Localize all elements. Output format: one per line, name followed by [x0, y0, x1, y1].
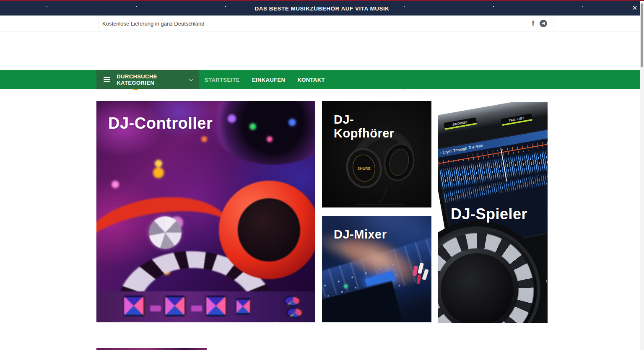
- main-nav: DURCHSUCHE KATEGORIEN STARTSEITE EINKAUF…: [0, 70, 644, 89]
- chevron-down-icon: [189, 77, 193, 81]
- banner-title: DJ-Kopfhörer: [334, 113, 401, 141]
- nav-item-einkaufen[interactable]: EINKAUFEN: [249, 77, 288, 83]
- close-icon[interactable]: ✕: [631, 4, 639, 12]
- top-accent-line: [0, 0, 644, 1]
- notice-text: DAS BESTE MUSIKZUBEHÖR AUF VITA MUSIK: [254, 4, 389, 12]
- nav-menu: STARTSEITE EINKAUFEN KONTAKT: [202, 70, 327, 89]
- nav-item-startseite[interactable]: STARTSEITE: [202, 77, 242, 83]
- scrollbar-track[interactable]: [640, 0, 644, 350]
- nav-item-kontakt[interactable]: KONTAKT: [295, 77, 327, 83]
- category-banner-dj-mixer[interactable]: DJ-Mixer: [322, 216, 431, 322]
- browse-categories-button[interactable]: DURCHSUCHE KATEGORIEN: [96, 70, 199, 89]
- category-banner-dj-kopfhoerer[interactable]: SHURE DJ-Kopfhörer: [322, 101, 431, 207]
- shipping-text: Kostenlose Lieferung in ganz Deutschland: [102, 21, 205, 27]
- social-links: f: [532, 20, 547, 27]
- main-header: REAL TOCK KATEGORIE WÄHL... ANMELDUNG: [0, 31, 644, 70]
- top-bar: Kostenlose Lieferung in ganz Deutschland…: [0, 16, 644, 31]
- notice-bar: DAS BESTE MUSIKZUBEHÖR AUF VITA MUSIK ✕: [0, 0, 644, 16]
- banner-title: DJ-Spieler: [451, 205, 527, 223]
- category-banner-dj-spieler[interactable]: BROWSE TAG LIST INFO ♪ Cryin' Through Th…: [438, 102, 548, 323]
- category-banner-dj-controller[interactable]: DJ-Controller: [96, 101, 315, 322]
- telegram-icon[interactable]: [540, 20, 547, 27]
- scrollbar-thumb[interactable]: [641, 3, 643, 67]
- hamburger-icon: [104, 77, 110, 82]
- banner-title: DJ-Mixer: [334, 228, 387, 241]
- top-bar-container: Kostenlose Lieferung in ganz Deutschland…: [98, 16, 553, 31]
- category-banner-partial[interactable]: [96, 348, 207, 350]
- banner-title: DJ-Controller: [108, 114, 213, 133]
- dj-controller-image: [96, 101, 315, 322]
- headphone-brand-text: SHURE: [357, 166, 371, 171]
- facebook-icon[interactable]: f: [532, 20, 534, 27]
- browse-categories-label: DURCHSUCHE KATEGORIEN: [117, 73, 189, 86]
